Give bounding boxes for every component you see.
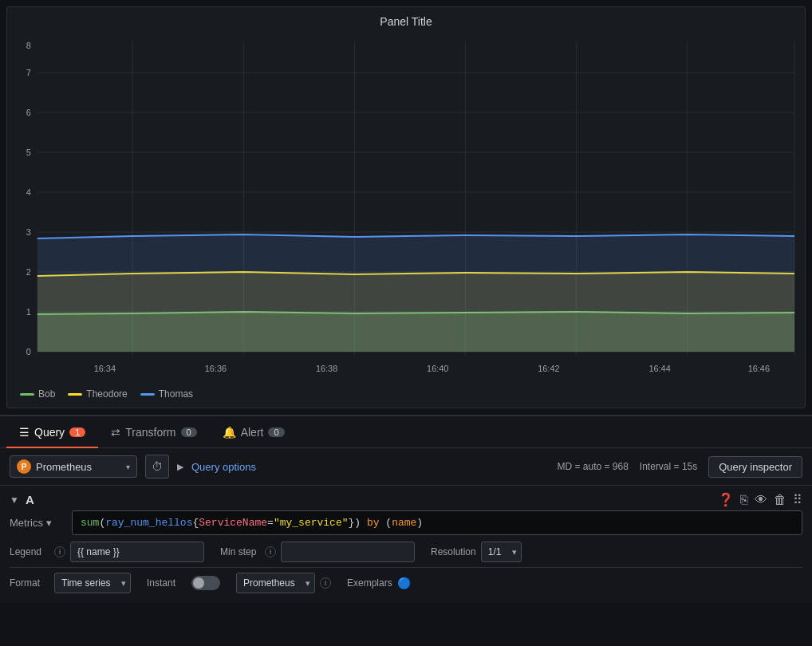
- min-step-field: Min step i: [220, 542, 415, 562]
- datasource-field-info-icon[interactable]: i: [320, 577, 331, 589]
- svg-text:16:46: 16:46: [748, 364, 770, 373]
- chart-area: 0 1 2 3 4 5 6 7 8: [14, 33, 798, 384]
- query-code-display: sum(ray_num_hellos{ServiceName="my_servi…: [81, 517, 423, 529]
- query-options-chevron-icon: ▶: [177, 462, 183, 472]
- query-inspector-button[interactable]: Query inspector: [708, 456, 802, 478]
- datasource-selector[interactable]: P Prometheus ▾: [10, 455, 137, 478]
- alert-tab-icon: 🔔: [223, 426, 236, 439]
- instant-toggle-knob: [193, 577, 204, 589]
- tab-alert[interactable]: 🔔 Alert 0: [210, 416, 298, 448]
- metrics-chevron-icon: ▾: [46, 517, 52, 529]
- query-collapse-button[interactable]: ▼: [10, 494, 19, 506]
- metrics-row: Metrics ▾ sum(ray_num_hellos{ServiceName…: [10, 510, 802, 535]
- svg-text:16:36: 16:36: [205, 364, 227, 373]
- legend-color-thomas: [140, 393, 155, 396]
- svg-text:0: 0: [26, 347, 31, 356]
- legend-label-thomas: Thomas: [159, 388, 193, 400]
- query-options-link[interactable]: Query options: [191, 461, 256, 473]
- tab-query-badge: 1: [69, 427, 85, 437]
- query-tab-icon: ☰: [19, 426, 30, 439]
- query-drag-icon[interactable]: ⠿: [793, 492, 802, 507]
- datasource-field-select[interactable]: Prometheus: [236, 573, 315, 593]
- query-editor-area: ▼ A ❓ ⎘ 👁 🗑 ⠿ Metrics ▾ sum(ray_num_hell…: [0, 486, 812, 603]
- legend-color-theodore: [68, 393, 82, 396]
- exemplars-info-icon[interactable]: 🔵: [397, 577, 411, 589]
- query-actions: ❓ ⎘ 👁 🗑 ⠿: [718, 492, 802, 507]
- resolution-label: Resolution: [431, 546, 476, 557]
- svg-text:16:38: 16:38: [316, 364, 337, 373]
- svg-text:16:44: 16:44: [648, 364, 670, 373]
- min-step-label: Min step: [220, 546, 260, 557]
- query-options-right: MD = auto = 968 Interval = 15s Query ins…: [557, 456, 802, 478]
- svg-marker-27: [37, 234, 794, 352]
- instant-label: Instant: [147, 577, 187, 589]
- resolution-field: Resolution 1/1 1/2 1/3: [431, 542, 522, 562]
- resolution-select-wrapper[interactable]: 1/1 1/2 1/3: [481, 542, 522, 562]
- query-help-icon[interactable]: ❓: [718, 492, 734, 507]
- legend-info-icon[interactable]: i: [54, 546, 65, 557]
- panel-title: Panel Title: [7, 7, 805, 33]
- legend-item-bob[interactable]: Bob: [20, 388, 55, 400]
- legend-input[interactable]: [70, 542, 204, 562]
- format-select-wrapper[interactable]: Time series Table Heatmap: [54, 573, 131, 593]
- query-expression-input[interactable]: sum(ray_num_hellos{ServiceName="my_servi…: [72, 510, 802, 535]
- options-divider: [10, 567, 802, 568]
- min-step-info-icon[interactable]: i: [265, 546, 276, 557]
- tab-query-label: Query: [34, 426, 65, 439]
- transform-tab-icon: ⇄: [111, 426, 120, 439]
- legend-label-theodore: Theodore: [86, 388, 127, 400]
- tab-transform-badge: 0: [181, 427, 197, 437]
- metrics-text: Metrics: [10, 517, 43, 529]
- datasource-chevron-icon: ▾: [126, 463, 130, 471]
- query-timer-button[interactable]: ⏱: [145, 455, 169, 479]
- query-header-row: ▼ A ❓ ⎘ 👁 🗑 ⠿: [10, 486, 802, 510]
- metrics-label[interactable]: Metrics ▾: [10, 517, 65, 529]
- datasource-field: Prometheus i: [236, 573, 331, 593]
- legend-label-bob: Bob: [38, 388, 55, 400]
- svg-text:1: 1: [26, 307, 31, 317]
- svg-text:7: 7: [26, 68, 31, 77]
- tab-query[interactable]: ☰ Query 1: [6, 416, 98, 448]
- tab-alert-label: Alert: [241, 426, 264, 439]
- min-step-input[interactable]: [281, 542, 415, 562]
- svg-text:3: 3: [26, 227, 31, 237]
- format-field: Format Time series Table Heatmap: [10, 573, 131, 593]
- svg-text:16:42: 16:42: [538, 364, 559, 373]
- resolution-select[interactable]: 1/1 1/2 1/3: [481, 542, 522, 562]
- format-options-row: Format Time series Table Heatmap Instant…: [10, 573, 802, 593]
- tab-transform[interactable]: ⇄ Transform 0: [98, 416, 209, 448]
- query-delete-icon[interactable]: 🗑: [774, 493, 786, 507]
- instant-field: Instant: [147, 576, 220, 590]
- svg-text:6: 6: [26, 108, 31, 117]
- query-copy-icon[interactable]: ⎘: [740, 493, 748, 507]
- chart-svg: 0 1 2 3 4 5 6 7 8: [14, 33, 798, 384]
- query-hide-icon[interactable]: 👁: [755, 493, 767, 507]
- datasource-field-select-wrapper[interactable]: Prometheus: [236, 573, 315, 593]
- legend-field: Legend i: [10, 542, 204, 562]
- legend-color-bob: [20, 393, 34, 396]
- tab-alert-badge: 0: [268, 427, 284, 437]
- exemplars-label: Exemplars: [347, 577, 392, 589]
- timer-icon: ⏱: [152, 460, 163, 473]
- format-label: Format: [10, 577, 49, 589]
- prometheus-icon: P: [17, 459, 31, 474]
- instant-toggle[interactable]: [191, 576, 220, 590]
- chart-legend: Bob Theodore Thomas: [7, 384, 805, 408]
- query-options-bar: P Prometheus ▾ ⏱ ▶ Query options MD = au…: [0, 448, 812, 486]
- interval-label: Interval = 15s: [640, 461, 697, 472]
- legend-item-theodore[interactable]: Theodore: [68, 388, 127, 400]
- format-select[interactable]: Time series Table Heatmap: [54, 573, 131, 593]
- svg-text:5: 5: [26, 148, 31, 157]
- svg-text:8: 8: [26, 41, 31, 50]
- legend-options-row: Legend i Min step i Resolution 1/1 1/2 1…: [10, 542, 802, 562]
- svg-text:16:40: 16:40: [427, 364, 448, 373]
- panel-container: Panel Title 0 1 2 3 4 5 6 7 8: [6, 6, 806, 408]
- datasource-name: Prometheus: [36, 461, 121, 473]
- tabs-row: ☰ Query 1 ⇄ Transform 0 🔔 Alert 0: [0, 415, 812, 448]
- md-label: MD = auto = 968: [557, 461, 628, 472]
- legend-label-text: Legend: [10, 546, 49, 557]
- exemplars-field: Exemplars 🔵: [347, 577, 411, 589]
- query-letter: A: [26, 493, 34, 506]
- svg-text:16:34: 16:34: [94, 364, 116, 373]
- legend-item-thomas[interactable]: Thomas: [140, 388, 193, 400]
